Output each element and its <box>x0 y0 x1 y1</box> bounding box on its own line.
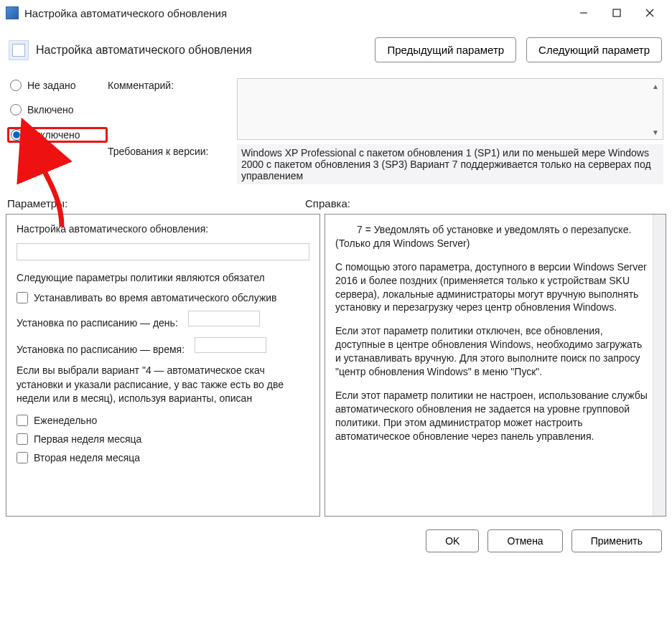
svg-rect-1 <box>613 9 620 17</box>
next-setting-button[interactable]: Следующий параметр <box>526 37 662 62</box>
help-pane: 7 = Уведомлять об установке и уведомлять… <box>325 214 666 517</box>
footer: OK Отмена Применить <box>0 522 672 552</box>
scroll-down-icon[interactable]: ▼ <box>650 126 661 138</box>
header: Настройка автоматического обновления Пре… <box>0 26 672 65</box>
apply-button[interactable]: Применить <box>571 529 662 552</box>
help-content: 7 = Уведомлять об установке и уведомлять… <box>335 223 653 507</box>
help-p4: Если этот параметр политики не настроен,… <box>335 389 648 443</box>
scroll-up-icon[interactable]: ▲ <box>650 80 661 92</box>
radio-disabled-input[interactable] <box>11 129 22 141</box>
help-p3: Если этот параметр политики отключен, вс… <box>335 324 648 379</box>
previous-setting-button[interactable]: Предыдущий параметр <box>375 37 516 62</box>
options-heading: Параметры: <box>7 197 305 209</box>
check-second-week-label: Вторая неделя месяца <box>34 452 140 463</box>
minimize-button[interactable] <box>567 2 600 24</box>
schedule-time-row: Установка по расписанию — время: <box>17 337 309 355</box>
policy-note: Следующие параметры политики являются об… <box>17 272 309 283</box>
radio-enabled[interactable]: Включено <box>7 103 108 117</box>
radio-not-configured-label: Не задано <box>27 80 75 91</box>
schedule-day-label: Установка по расписанию — день: <box>17 317 178 329</box>
section-labels: Параметры: Справка: <box>0 194 672 214</box>
schedule-time-input[interactable] <box>195 337 266 353</box>
config-dropdown[interactable] <box>17 243 309 260</box>
page-title: Настройка автоматического обновления <box>36 44 365 57</box>
version-label: Требования к версии: <box>108 144 237 157</box>
state-section: Не задано Включено Отключено Комментарий… <box>0 65 672 194</box>
schedule-time-label: Установка по расписанию — время: <box>17 344 185 355</box>
window-title: Настройка автоматического обновления <box>24 7 567 19</box>
schedule-day-input[interactable] <box>188 311 260 326</box>
check-during-maintenance-label: Устанавливать во время автоматического о… <box>34 292 277 303</box>
radio-not-configured[interactable]: Не задано <box>7 78 108 93</box>
help-p1: 7 = Уведомлять об установке и уведомлять… <box>335 223 648 250</box>
variant4-note: Если вы выбрали вариант "4 — автоматичес… <box>17 364 309 406</box>
radio-disabled-label: Отключено <box>28 129 80 141</box>
version-text: Windows XP Professional с пакетом обновл… <box>237 144 663 184</box>
check-during-maintenance[interactable]: Устанавливать во время автоматического о… <box>17 292 309 303</box>
app-icon <box>6 6 19 19</box>
comment-textarea[interactable]: ▲ ▼ <box>237 78 663 140</box>
radio-not-configured-input[interactable] <box>10 80 22 91</box>
help-scrollbar[interactable] <box>653 215 666 516</box>
check-weekly-input[interactable] <box>17 415 28 426</box>
close-button[interactable] <box>633 2 666 24</box>
radio-enabled-label: Включено <box>27 104 74 116</box>
radio-disabled[interactable]: Отключено <box>7 127 108 143</box>
check-weekly-label: Еженедельно <box>34 415 97 426</box>
check-first-week-input[interactable] <box>17 433 28 445</box>
policy-icon <box>9 40 29 60</box>
state-radios: Не задано Включено Отключено <box>7 78 108 153</box>
help-heading: Справка: <box>305 197 350 209</box>
check-second-week-input[interactable] <box>17 452 28 463</box>
check-during-maintenance-input[interactable] <box>17 292 28 303</box>
check-first-week[interactable]: Первая неделя месяца <box>17 433 309 445</box>
comment-label: Комментарий: <box>108 78 237 91</box>
schedule-day-row: Установка по расписанию — день: <box>17 311 309 329</box>
radio-enabled-input[interactable] <box>10 104 22 116</box>
check-second-week[interactable]: Вторая неделя месяца <box>17 452 309 463</box>
maximize-button[interactable] <box>600 2 633 24</box>
check-first-week-label: Первая неделя месяца <box>34 433 141 445</box>
config-label: Настройка автоматического обновления: <box>17 223 309 235</box>
options-pane: Настройка автоматического обновления: Сл… <box>6 214 320 517</box>
check-weekly[interactable]: Еженедельно <box>17 415 309 426</box>
ok-button[interactable]: OK <box>426 529 479 552</box>
help-p2: С помощью этого параметра, доступного в … <box>335 260 648 315</box>
titlebar: Настройка автоматического обновления <box>0 0 672 26</box>
panes: Настройка автоматического обновления: Сл… <box>0 214 672 522</box>
cancel-button[interactable]: Отмена <box>487 529 562 552</box>
